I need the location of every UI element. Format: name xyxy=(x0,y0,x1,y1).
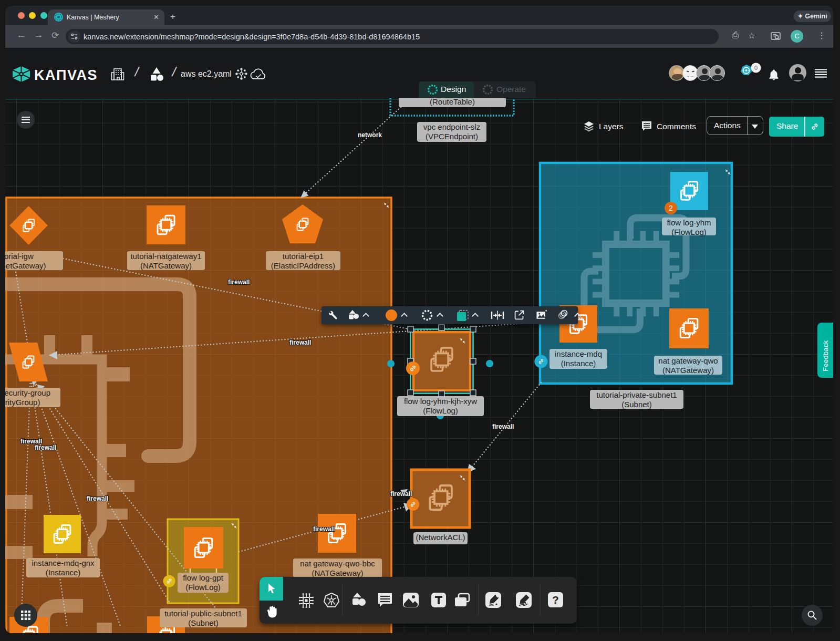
svg-text:0: 0 xyxy=(754,65,758,71)
svg-text:2: 2 xyxy=(669,204,673,212)
svg-text:?: ? xyxy=(552,594,559,606)
